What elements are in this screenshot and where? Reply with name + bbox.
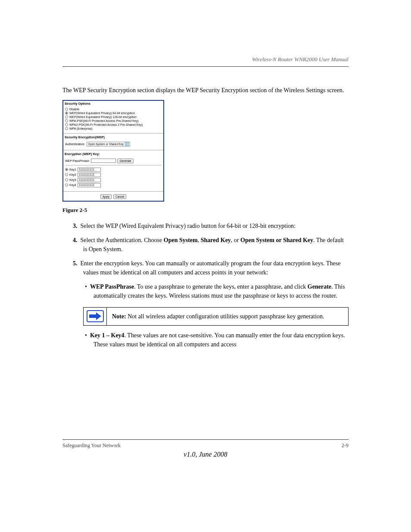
- option-label: WEP(Wired Equivalent Privacy) 128-bit en…: [69, 115, 137, 118]
- step-text: , or: [231, 237, 240, 243]
- apply-button[interactable]: Apply: [100, 194, 112, 199]
- key3-row[interactable]: Key3: [65, 177, 162, 183]
- chevron-down-icon: ▾: [125, 142, 129, 146]
- note-icon-cell: [84, 308, 107, 325]
- step-text: . These values are not case-sensitive. Y…: [93, 332, 345, 348]
- radio-icon: [65, 115, 68, 118]
- note-text: Note: Not all wireless adapter configura…: [107, 308, 330, 325]
- key2-row[interactable]: Key2: [65, 172, 162, 177]
- doc-header-title: Wireless-N Router WNR2000 User Manual: [62, 56, 349, 63]
- section-divider: [63, 133, 163, 134]
- footer-version: v1.0, June 2008: [184, 451, 227, 458]
- step-number: 5.: [73, 260, 78, 267]
- bold-combo: Open System or Shared Key: [240, 237, 313, 243]
- step-text: . To use a passphrase to generate the ke…: [134, 283, 308, 290]
- key-label: Key1: [69, 168, 76, 171]
- bullet: •: [85, 332, 87, 339]
- option-wpa-enterprise[interactable]: WPA (Enterprise): [65, 127, 162, 131]
- option-label: Disable: [69, 108, 79, 111]
- bold-open-system: Open System: [164, 237, 198, 243]
- option-label: WEP(Wired Equivalent Privacy) 64-bit enc…: [69, 112, 135, 115]
- bold-shared-key: Shared Key: [201, 237, 231, 243]
- bold-generate: Generate: [308, 283, 331, 290]
- key4-input[interactable]: [78, 183, 101, 187]
- step-5b: • Key 1 – Key4. These values are not cas…: [62, 331, 349, 349]
- step-number: 4.: [73, 237, 78, 243]
- radio-icon: [65, 178, 68, 181]
- option-wep128[interactable]: WEP(Wired Equivalent Privacy) 128-bit en…: [65, 115, 162, 119]
- step-5a: • WEP PassPhrase. To use a passphrase to…: [62, 282, 349, 300]
- select-value: Open System or Shared Key: [88, 143, 124, 146]
- option-label: WPA-PSK(Wi-Fi Protected Access Pre-Share…: [69, 119, 139, 122]
- intro-paragraph: The WEP Security Encryption section disp…: [62, 86, 349, 95]
- step-text: Select the Authentication. Choose: [81, 237, 164, 243]
- authentication-label: Authentication:: [65, 143, 85, 146]
- generate-button[interactable]: Generate: [117, 159, 133, 163]
- authentication-select[interactable]: Open System or Shared Key ▾: [87, 142, 130, 146]
- key1-input[interactable]: [78, 168, 101, 172]
- step-text: Enter the encryption keys. You can manua…: [81, 260, 341, 276]
- passphrase-label: WEP PassPhrase:: [65, 159, 90, 162]
- header-divider: [62, 66, 349, 67]
- radio-icon: [65, 123, 68, 126]
- note-body: Not all wireless adapter configuration u…: [126, 313, 324, 320]
- radio-icon: [65, 184, 68, 187]
- option-wpa2-psk[interactable]: WPA2-PSK(Wi-Fi Protected Access 2 Pre-Sh…: [65, 123, 162, 127]
- encryption-key-header: Encryption (WEP) Key:: [63, 151, 163, 157]
- step-text: Select the WEP (Wired Equivalent Privacy…: [81, 223, 296, 229]
- key4-row[interactable]: Key4: [65, 183, 162, 188]
- key3-input[interactable]: [78, 178, 101, 182]
- radio-icon: [65, 127, 68, 130]
- radio-icon: [65, 173, 68, 176]
- radio-icon: [65, 112, 68, 115]
- step-text: ,: [198, 237, 201, 243]
- bold-key1-4: Key 1 – Key4: [90, 332, 125, 339]
- step-3: 3. Select the WEP (Wired Equivalent Priv…: [62, 221, 349, 230]
- option-label: WPA2-PSK(Wi-Fi Protected Access 2 Pre-Sh…: [69, 123, 143, 126]
- key-label: Key3: [69, 178, 76, 181]
- key-label: Key4: [69, 184, 76, 187]
- bold-passphrase: WEP PassPhrase: [90, 283, 134, 290]
- passphrase-input[interactable]: [91, 159, 116, 163]
- radio-icon: [65, 108, 68, 111]
- section-divider: [63, 150, 163, 150]
- option-label: WPA (Enterprise): [69, 127, 93, 130]
- footer-right: 2-9: [342, 442, 349, 449]
- key1-row[interactable]: Key1: [65, 167, 162, 172]
- figure-caption: Figure 2-5: [62, 207, 349, 214]
- wep-settings-screenshot: Security Options Disable WEP(Wired Equiv…: [62, 100, 164, 202]
- footer-divider: [62, 439, 349, 440]
- radio-icon: [65, 168, 68, 171]
- key-label: Key2: [69, 173, 76, 176]
- security-options-header: Security Options: [63, 101, 163, 106]
- section-divider: [65, 165, 162, 165]
- note-label: Note:: [112, 313, 126, 320]
- option-disable[interactable]: Disable: [65, 107, 162, 111]
- cancel-button[interactable]: Cancel: [113, 194, 126, 199]
- step-4: 4. Select the Authentication. Choose Ope…: [62, 236, 349, 254]
- key2-input[interactable]: [78, 173, 101, 177]
- arrow-right-icon: [87, 310, 104, 322]
- note-container: Note: Not all wireless adapter configura…: [62, 307, 349, 326]
- bullet: •: [85, 283, 87, 290]
- security-encryption-header: Security Encryption(WEP): [63, 134, 163, 140]
- step-5: 5. Enter the encryption keys. You can ma…: [62, 259, 349, 277]
- step-number: 3.: [73, 223, 78, 229]
- option-wpa-psk[interactable]: WPA-PSK(Wi-Fi Protected Access Pre-Share…: [65, 119, 162, 123]
- footer-left: Safeguarding Your Network: [62, 442, 121, 449]
- radio-icon: [65, 119, 68, 122]
- option-wep64[interactable]: WEP(Wired Equivalent Privacy) 64-bit enc…: [65, 111, 162, 115]
